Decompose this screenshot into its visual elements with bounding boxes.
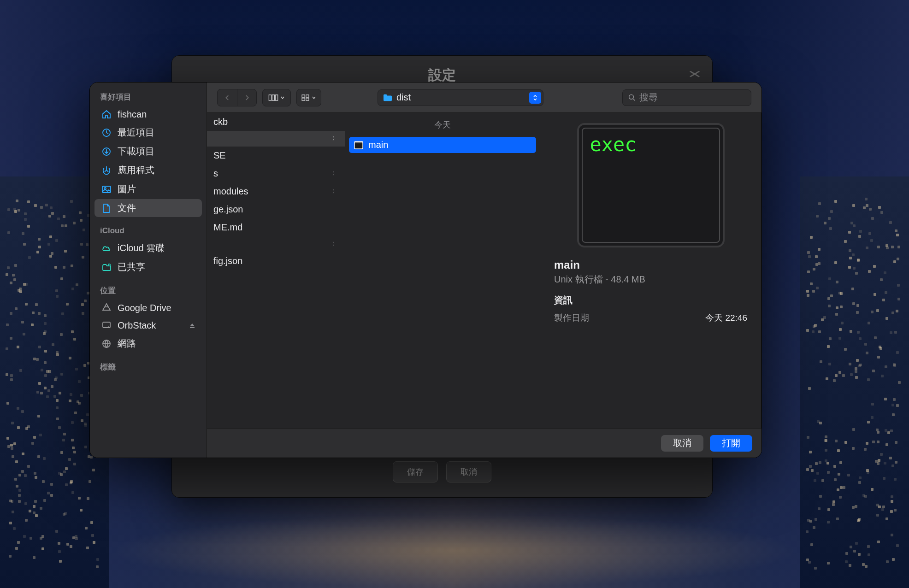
preview-created-value: 今天 22:46 (705, 312, 747, 324)
list-item-label: main (368, 140, 388, 150)
svg-rect-5 (103, 322, 110, 328)
sidebar-item-clock[interactable]: 最近項目 (94, 123, 202, 141)
cancel-button[interactable]: 取消 (661, 435, 703, 452)
list-item[interactable]: 〉 (207, 236, 345, 252)
list-item-label: s (213, 168, 218, 179)
preview-filename: main (554, 259, 747, 271)
svg-line-16 (633, 99, 635, 100)
preview-size: 48.4 MB (611, 274, 645, 284)
path-popup[interactable]: dist (378, 89, 543, 106)
sidebar-item-app[interactable]: 應用程式 (94, 161, 202, 179)
toolbar: dist (207, 82, 761, 113)
drive-icon (101, 302, 112, 313)
list-item[interactable]: SE (207, 147, 345, 165)
doc-icon (101, 203, 112, 214)
settings-close-chevron-icon[interactable]: ✕ (687, 68, 702, 80)
svg-rect-2 (102, 186, 111, 193)
list-item[interactable]: modules〉 (207, 182, 345, 200)
svg-rect-9 (272, 94, 274, 100)
list-item[interactable]: main (349, 137, 536, 153)
list-item[interactable]: s〉 (207, 165, 345, 182)
sidebar-item-label: 文件 (118, 202, 136, 214)
sidebar-item-doc[interactable]: 文件 (94, 199, 202, 217)
svg-rect-13 (302, 98, 305, 100)
exec-label: exec (590, 133, 637, 156)
svg-rect-12 (306, 94, 309, 97)
svg-point-6 (108, 326, 109, 327)
forward-button[interactable] (237, 89, 256, 106)
preview-created-row: 製作日期 今天 22:46 (554, 310, 747, 326)
preview-info-heading: 資訊 (554, 294, 747, 306)
column-2[interactable]: 今天main (345, 113, 540, 428)
svg-rect-14 (306, 98, 309, 100)
list-item-label: ge.json (213, 204, 243, 215)
sidebar-item-label: 下載項目 (118, 145, 154, 158)
svg-rect-11 (302, 94, 305, 97)
list-item[interactable]: fig.json (207, 252, 345, 270)
path-label: dist (396, 92, 411, 103)
back-button[interactable] (218, 89, 237, 106)
list-item[interactable]: 〉 (207, 131, 345, 147)
list-item[interactable]: ME.md (207, 218, 345, 236)
search-input[interactable] (639, 92, 745, 103)
sidebar-section-title: 標籤 (90, 353, 207, 375)
view-mode-columns[interactable] (262, 89, 291, 106)
list-item-label: SE (213, 150, 226, 161)
sidebar-item-drive[interactable]: Google Drive (94, 300, 202, 316)
chevron-right-icon: 〉 (332, 188, 338, 196)
sidebar: 喜好項目fishcan最近項目下載項目應用程式圖片文件iCloudiCloud … (90, 82, 207, 458)
preview-pane: exec main Unix 執行檔 - 48.4 MB 資訊 製作日期 今天 … (540, 113, 761, 428)
column-header: 今天 (345, 113, 540, 135)
preview-kind-size: Unix 執行檔 - 48.4 MB (554, 273, 747, 286)
search-icon (628, 94, 636, 102)
chevron-right-icon: 〉 (332, 170, 338, 178)
preview-thumbnail: exec (577, 123, 725, 247)
eject-icon[interactable] (189, 320, 195, 331)
sidebar-item-disk[interactable]: OrbStack (94, 317, 202, 334)
list-item-label: ckb (213, 117, 228, 127)
sidebar-section-title: iCloud (90, 218, 207, 238)
sidebar-item-label: 應用程式 (118, 164, 154, 176)
sidebar-item-label: 圖片 (118, 183, 136, 195)
shared-icon (101, 262, 112, 273)
list-item-label: fig.json (213, 256, 242, 266)
clock-icon (101, 127, 112, 138)
sidebar-item-globe[interactable]: 網路 (94, 335, 202, 353)
chevron-right-icon: 〉 (332, 135, 338, 143)
list-item-label: ME.md (213, 222, 242, 233)
sidebar-item-download[interactable]: 下載項目 (94, 142, 202, 160)
open-button[interactable]: 打開 (710, 435, 752, 452)
chevron-right-icon: 〉 (332, 240, 338, 248)
svg-rect-10 (275, 94, 277, 100)
svg-rect-8 (269, 94, 271, 100)
sidebar-item-label: Google Drive (118, 303, 171, 313)
sidebar-item-shared[interactable]: 已共享 (94, 258, 202, 276)
search-field[interactable] (622, 89, 751, 106)
nav-buttons (217, 89, 257, 106)
preview-kind: Unix 執行檔 (554, 274, 603, 284)
preview-created-label: 製作日期 (554, 312, 589, 324)
sidebar-item-cloud[interactable]: iCloud 雲碟 (94, 239, 202, 257)
svg-point-15 (629, 94, 634, 99)
globe-icon (101, 338, 112, 349)
list-item-label: modules (213, 186, 248, 197)
list-item[interactable]: ge.json (207, 200, 345, 218)
settings-cancel-button[interactable]: 取消 (446, 461, 491, 482)
sidebar-item-photo[interactable]: 圖片 (94, 180, 202, 198)
app-icon (101, 165, 112, 176)
group-by-button[interactable] (296, 89, 321, 106)
column-1[interactable]: ckb〉SEs〉modules〉ge.jsonME.md〉fig.json (207, 113, 345, 428)
cloud-icon (101, 243, 112, 254)
list-item[interactable]: ckb (207, 113, 345, 131)
sidebar-section-title: 喜好項目 (90, 90, 207, 105)
disk-icon (101, 320, 112, 331)
dialog-footer: 取消 打開 (207, 428, 761, 458)
sidebar-item-label: iCloud 雲碟 (118, 242, 165, 254)
settings-save-button[interactable]: 儲存 (393, 461, 438, 482)
exec-file-icon (354, 140, 364, 150)
popup-arrows-icon (529, 92, 541, 104)
sidebar-item-home[interactable]: fishcan (94, 106, 202, 123)
sidebar-item-label: 已共享 (118, 261, 145, 273)
home-icon (101, 109, 112, 120)
sidebar-item-label: fishcan (118, 109, 147, 120)
